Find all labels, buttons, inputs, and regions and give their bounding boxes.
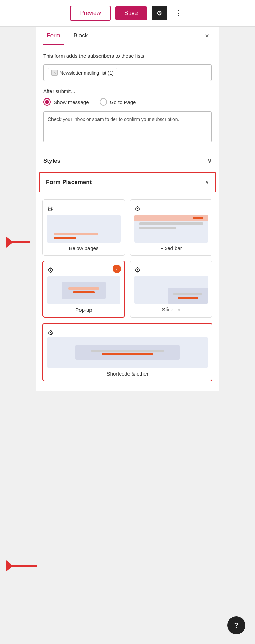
placement-card-shortcode[interactable]: ⚙ Shortcode & other bbox=[42, 323, 212, 381]
dots-icon: ⋮ bbox=[174, 9, 182, 17]
panel-close-button[interactable]: × bbox=[202, 30, 212, 41]
slide-in-gear-icon: ⚙ bbox=[134, 266, 141, 274]
slide-in-label: Slide–in bbox=[134, 306, 208, 312]
below-pages-label: Below pages bbox=[47, 245, 121, 251]
slide-in-line1 bbox=[173, 293, 202, 295]
tab-bar: Form Block × bbox=[36, 27, 219, 45]
placement-cards-grid: ⚙ Below pages ⚙ Fixed bar bbox=[36, 194, 219, 323]
form-placement-header[interactable]: Form Placement ∧ bbox=[40, 173, 215, 192]
shortcode-thumbnail bbox=[47, 337, 208, 368]
slide-in-line2 bbox=[178, 297, 198, 299]
placement-card-popup[interactable]: ⚙ ✓ Pop-up bbox=[42, 261, 125, 318]
radio-go-to-page[interactable]: Go to Page bbox=[100, 98, 136, 106]
popup-label: Pop-up bbox=[47, 307, 120, 313]
tag-remove-button[interactable]: × bbox=[51, 70, 58, 76]
help-button[interactable]: ? bbox=[227, 616, 245, 634]
popup-line2 bbox=[73, 291, 95, 293]
page-wrapper: Preview Save ⚙ ⋮ Form Block × bbox=[0, 0, 255, 644]
styles-chevron-icon: ∨ bbox=[207, 157, 212, 165]
below-pages-gear-icon: ⚙ bbox=[47, 205, 53, 213]
gear-button[interactable]: ⚙ bbox=[152, 6, 167, 20]
shortcode-gear-icon: ⚙ bbox=[47, 329, 54, 337]
radio-show-message-label: Show message bbox=[54, 99, 89, 105]
toolbar: Preview Save ⚙ ⋮ bbox=[0, 0, 255, 27]
fixed-bar-line2 bbox=[139, 227, 176, 229]
radio-go-to-page-label: Go to Page bbox=[110, 99, 136, 105]
gear-icon: ⚙ bbox=[157, 9, 162, 17]
form-description: This form adds the subscribers to these … bbox=[43, 52, 212, 59]
tab-block[interactable]: Block bbox=[70, 27, 92, 45]
radio-go-to-page-circle bbox=[100, 98, 107, 106]
fixed-bar-red-element bbox=[193, 217, 203, 219]
styles-label: Styles bbox=[43, 158, 60, 164]
after-submit-label: After submit... bbox=[43, 88, 212, 94]
shortcode-line2 bbox=[102, 353, 154, 355]
shortcode-line1 bbox=[91, 350, 164, 352]
fixed-bar-gear-icon: ⚙ bbox=[134, 205, 141, 213]
below-pages-thumbnail bbox=[47, 215, 121, 243]
form-placement-chevron-icon: ∧ bbox=[205, 179, 209, 186]
preview-button[interactable]: Preview bbox=[70, 6, 110, 21]
arrow-left-indicator bbox=[6, 237, 30, 248]
slide-in-thumbnail bbox=[134, 276, 208, 304]
radio-show-message-circle bbox=[43, 98, 51, 106]
fixed-bar-line1 bbox=[139, 222, 203, 225]
confirmation-message-textarea[interactable]: Check your inbox or spam folder to confi… bbox=[43, 111, 212, 142]
radio-group-submit: Show message Go to Page bbox=[43, 98, 212, 106]
popup-gear-icon: ⚙ bbox=[47, 266, 54, 274]
radio-show-message[interactable]: Show message bbox=[43, 98, 89, 106]
mailing-list-tag: × Newsletter mailing list (1) bbox=[48, 68, 117, 77]
tab-form[interactable]: Form bbox=[43, 27, 64, 45]
shortcode-inner-preview bbox=[75, 345, 180, 360]
slide-in-inner-preview bbox=[168, 288, 208, 304]
arrow-bottom-indicator bbox=[6, 560, 37, 571]
form-placement-section: Form Placement ∧ bbox=[39, 172, 216, 192]
side-panel: Form Block × This form adds the subscrib… bbox=[36, 27, 219, 391]
placement-card-below-pages[interactable]: ⚙ Below pages bbox=[42, 199, 125, 256]
shortcode-label: Shortcode & other bbox=[47, 371, 208, 377]
save-button[interactable]: Save bbox=[115, 6, 147, 20]
mailing-list-input[interactable]: × Newsletter mailing list (1) bbox=[43, 64, 212, 81]
form-placement-label: Form Placement bbox=[46, 179, 92, 186]
popup-line1 bbox=[68, 287, 99, 290]
fixed-bar-label: Fixed bar bbox=[134, 245, 208, 251]
help-icon: ? bbox=[234, 621, 238, 630]
tag-label: Newsletter mailing list (1) bbox=[60, 70, 114, 76]
placement-card-slide-in[interactable]: ⚙ Slide–in bbox=[130, 261, 212, 318]
fixed-bar-thumbnail bbox=[134, 215, 208, 243]
styles-section-header[interactable]: Styles ∨ bbox=[36, 151, 219, 171]
placement-card-fixed-bar[interactable]: ⚙ Fixed bar bbox=[130, 199, 212, 256]
popup-inner-preview bbox=[62, 282, 106, 299]
popup-selected-badge: ✓ bbox=[113, 265, 121, 273]
form-panel-content: This form adds the subscribers to these … bbox=[36, 45, 219, 151]
more-options-button[interactable]: ⋮ bbox=[172, 7, 185, 20]
popup-thumbnail bbox=[47, 276, 120, 304]
